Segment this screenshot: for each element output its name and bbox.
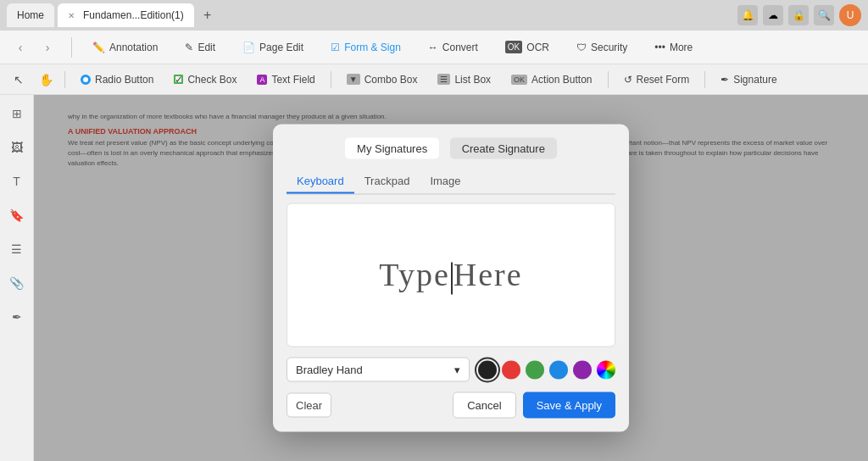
- tab-fundamen-label: Fundamen...Edition(1): [83, 9, 184, 21]
- tab-home-label: Home: [17, 9, 44, 21]
- sub-combo-box[interactable]: ▼ Combo Box: [342, 71, 423, 88]
- sub-check-box[interactable]: ✓ Check Box: [169, 71, 242, 88]
- left-panel: ⊞ 🖼 T 🔖 ☰ 📎 ✒: [0, 95, 34, 461]
- font-color-row: Bradley Hand ▾: [287, 358, 615, 382]
- sub-divider-2: [331, 71, 331, 88]
- form-icon: ☑: [331, 42, 340, 53]
- font-selector[interactable]: Bradley Hand ▾: [287, 358, 470, 382]
- ocr-icon: OK: [505, 41, 522, 53]
- attachments-icon[interactable]: 📎: [7, 273, 27, 293]
- cancel-button[interactable]: Cancel: [453, 392, 515, 419]
- main-toolbar: ‹ › ✏️ Annotation ✎ Edit 📄 Page Edit ☑ F…: [0, 31, 868, 64]
- footer-right-buttons: Cancel Save & Apply: [453, 392, 615, 419]
- toolbar-edit[interactable]: ✎ Edit: [178, 38, 222, 57]
- pencil-icon: ✏️: [92, 42, 105, 53]
- hand-tool-icon[interactable]: ✋: [37, 71, 54, 88]
- tab-fundamen[interactable]: ✕ Fundamen...Edition(1): [58, 3, 194, 27]
- signature-text: TypeHere: [379, 256, 522, 294]
- tab-home[interactable]: Home: [7, 3, 54, 27]
- sub-divider-3: [608, 71, 609, 88]
- chevron-down-icon: ▾: [454, 364, 460, 376]
- color-green-swatch[interactable]: [526, 360, 544, 379]
- dialog-footer: Clear Cancel Save & Apply: [287, 392, 615, 419]
- signature-icon: ✒: [721, 74, 729, 86]
- tab-close-icon[interactable]: ✕: [68, 11, 75, 20]
- convert-icon: ↔: [428, 42, 438, 53]
- color-rainbow-swatch[interactable]: [597, 360, 615, 379]
- color-purple-swatch[interactable]: [573, 360, 592, 379]
- toolbar-page-edit[interactable]: 📄 Page Edit: [236, 38, 310, 57]
- toolbar-ocr[interactable]: OK OCR: [498, 37, 556, 57]
- color-red-swatch[interactable]: [502, 360, 520, 379]
- sub-toolbar: ↖ ✋ Radio Button ✓ Check Box A Text Fiel…: [0, 64, 868, 95]
- thumbnails-icon[interactable]: 🖼: [7, 137, 27, 158]
- font-name: Bradley Hand: [296, 364, 363, 376]
- shield-icon: 🛡: [576, 42, 587, 53]
- lock-icon[interactable]: 🔒: [788, 5, 809, 25]
- color-swatches: [478, 360, 615, 379]
- bookmarks-icon[interactable]: 🔖: [7, 205, 27, 225]
- avatar[interactable]: U: [839, 4, 861, 26]
- my-signatures-button[interactable]: My Signatures: [345, 138, 439, 159]
- checkbox-icon: ✓: [174, 75, 183, 84]
- browser-icons: 🔔 ☁ 🔒 🔍 U: [737, 4, 861, 26]
- clear-button[interactable]: Clear: [287, 393, 331, 418]
- nav-buttons: ‹ ›: [10, 37, 58, 58]
- sub-divider-1: [64, 71, 65, 88]
- radio-dot-icon: [81, 75, 91, 85]
- page-icon: 📄: [242, 42, 255, 53]
- sub-divider-4: [704, 71, 705, 88]
- text-search-icon[interactable]: T: [7, 171, 27, 192]
- text-field-icon: A: [257, 75, 267, 85]
- signatures-panel-icon[interactable]: ✒: [7, 307, 27, 327]
- combo-icon: ▼: [347, 74, 360, 85]
- text-cursor: [451, 262, 453, 294]
- list-icon: ☰: [437, 74, 450, 85]
- search-icon[interactable]: 🔍: [814, 5, 834, 25]
- toolbar-divider-1: [71, 37, 72, 58]
- main-area: ⊞ 🖼 T 🔖 ☰ 📎 ✒ why in the organization of…: [0, 95, 868, 461]
- sub-list-box[interactable]: ☰ List Box: [432, 71, 496, 88]
- save-apply-button[interactable]: Save & Apply: [523, 392, 615, 419]
- toolbar-security[interactable]: 🛡 Security: [570, 38, 634, 57]
- toolbar-annotation[interactable]: ✏️ Annotation: [86, 38, 164, 57]
- sub-text-field[interactable]: A Text Field: [252, 71, 320, 88]
- dialog-title-row: My Signatures Create Signature: [287, 138, 615, 159]
- sub-signature[interactable]: ✒ Signature: [715, 71, 782, 88]
- sub-reset-form[interactable]: ↺ Reset Form: [619, 71, 695, 88]
- toolbar-form-sign[interactable]: ☑ Form & Sign: [324, 38, 408, 57]
- forward-button[interactable]: ›: [37, 37, 58, 58]
- cursor-select-icon[interactable]: ↖: [10, 71, 27, 88]
- reset-icon: ↺: [624, 74, 632, 86]
- tab-trackpad[interactable]: Trackpad: [354, 169, 420, 194]
- color-black-swatch[interactable]: [478, 360, 497, 379]
- edit-icon: ✎: [185, 42, 193, 53]
- tab-keyboard[interactable]: Keyboard: [287, 169, 354, 194]
- browser-bar: Home ✕ Fundamen...Edition(1) + 🔔 ☁ 🔒 🔍 U: [0, 0, 868, 31]
- pages-icon[interactable]: ⊞: [7, 103, 27, 124]
- back-button[interactable]: ‹: [10, 37, 31, 58]
- signature-dialog: My Signatures Create Signature Keyboard …: [273, 125, 629, 432]
- new-tab-button[interactable]: +: [198, 5, 218, 25]
- cloud-icon[interactable]: ☁: [763, 5, 783, 25]
- create-signature-button[interactable]: Create Signature: [450, 138, 557, 159]
- color-blue-swatch[interactable]: [549, 360, 568, 379]
- sub-action-button[interactable]: OK Action Button: [506, 71, 597, 88]
- toolbar-more[interactable]: ••• More: [648, 38, 699, 57]
- dialog-tabs: Keyboard Trackpad Image: [287, 169, 615, 195]
- toolbar-convert[interactable]: ↔ Convert: [421, 38, 485, 57]
- sub-radio-button[interactable]: Radio Button: [75, 71, 159, 88]
- signature-canvas[interactable]: TypeHere: [287, 203, 615, 347]
- bell-icon[interactable]: 🔔: [737, 5, 758, 25]
- document-area: why in the organization of more textbook…: [34, 95, 868, 461]
- layers-icon[interactable]: ☰: [7, 239, 27, 259]
- action-icon: OK: [511, 75, 527, 85]
- tab-image[interactable]: Image: [420, 169, 470, 194]
- more-icon: •••: [654, 42, 665, 53]
